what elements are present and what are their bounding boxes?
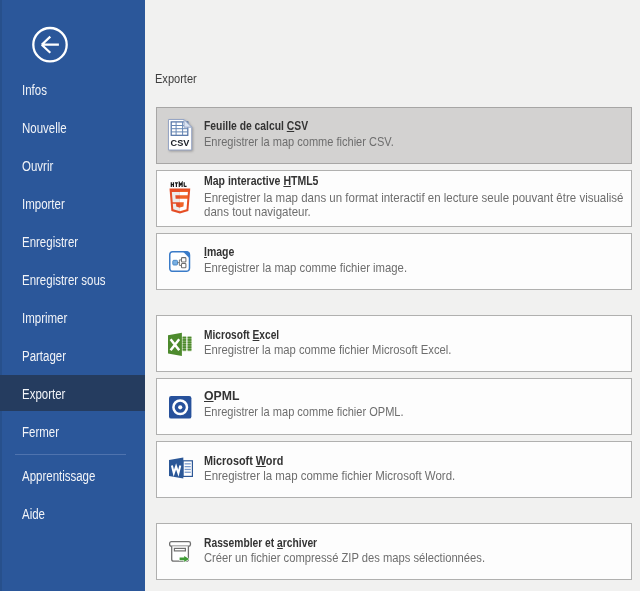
svg-text:CSV: CSV — [171, 137, 191, 148]
